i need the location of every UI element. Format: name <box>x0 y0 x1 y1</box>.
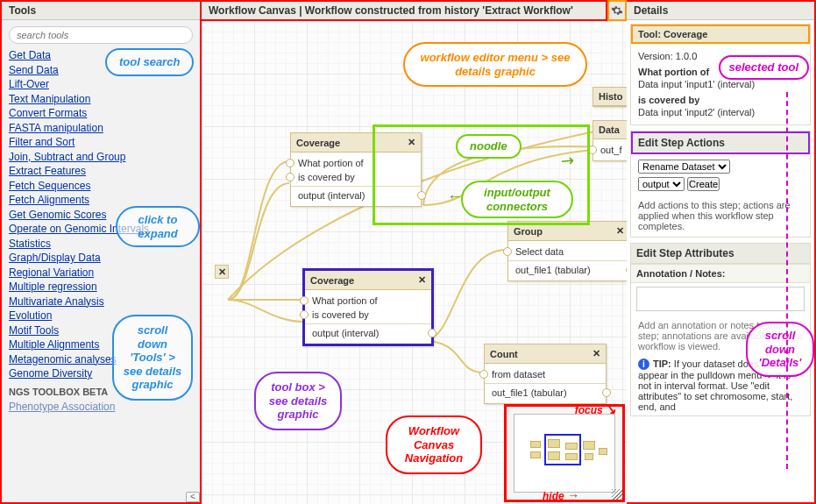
row-label: out_f <box>600 145 621 155</box>
param-value: Data input 'input2' (interval) <box>638 107 803 117</box>
node-histo-partial[interactable]: Histo <box>592 87 627 107</box>
edit-step-actions-title: Edit Step Actions <box>631 131 810 154</box>
label-hide: hide <box>543 490 564 502</box>
arrow-icon: ← <box>447 188 463 206</box>
param-label: is covered by <box>638 95 699 105</box>
gear-icon <box>611 4 623 17</box>
tool-section-link[interactable]: Convert Formats <box>9 107 193 119</box>
row-label: out_file1 (tabular) <box>492 387 567 398</box>
callout-scroll-tools: scroll down 'Tools' > see details graphi… <box>112 315 193 401</box>
workflow-canvas[interactable]: ✕ Coverage✕ What portion of is covered b… <box>202 21 627 504</box>
row-label: Select data <box>515 246 564 257</box>
canvas-panel: Workflow Canvas | Workflow constructed f… <box>202 0 627 504</box>
callout-scroll-details: scroll down 'Details' <box>746 322 814 377</box>
row-label: What portion of <box>312 295 378 306</box>
node-collapsed[interactable]: ✕ <box>215 265 229 279</box>
tool-section-link[interactable]: Regional Variation <box>9 266 193 279</box>
node-coverage-2[interactable]: Coverage✕ What portion of is covered by … <box>302 268 434 346</box>
close-icon: ✕ <box>218 266 226 278</box>
tool-section-link[interactable]: Fetch Sequences <box>9 180 193 192</box>
dashed-guide <box>786 92 788 469</box>
input-port[interactable] <box>300 296 309 305</box>
close-icon[interactable]: ✕ <box>592 348 600 359</box>
node-title: Count <box>490 349 518 359</box>
node-count[interactable]: Count✕ from dataset out_file1 (tabular) <box>484 344 607 404</box>
tool-section-link[interactable]: Multiple regression <box>9 280 193 293</box>
node-title: Coverage <box>296 138 340 148</box>
actions-note: Add actions to this step; actions are ap… <box>638 200 803 231</box>
edit-step-actions: Edit Step Actions Rename Dataset output … <box>630 131 811 238</box>
action-select[interactable]: Rename Dataset <box>638 160 730 174</box>
search-input[interactable] <box>9 26 193 44</box>
input-port[interactable] <box>286 173 294 181</box>
row-label: out_file1 (tabular) <box>515 265 591 275</box>
output-port[interactable] <box>428 329 436 337</box>
create-button[interactable]: Create <box>687 177 720 191</box>
input-port[interactable] <box>479 370 488 379</box>
tool-section-link[interactable]: Filter and Sort <box>9 136 193 148</box>
resize-handle-icon[interactable] <box>612 489 622 500</box>
tool-section-link[interactable]: Text Manipulation <box>9 93 193 105</box>
input-port[interactable] <box>503 247 512 256</box>
node-title: Histo <box>599 91 623 102</box>
node-title: Data <box>599 124 620 135</box>
callout-connectors: input/output connectors <box>461 181 573 218</box>
details-panel: Details Tool: Coverage Version: 1.0.0 Wh… <box>627 0 816 504</box>
workflow-menu-button[interactable] <box>607 0 627 21</box>
tool-section-link[interactable]: Phenotype Association <box>9 401 193 413</box>
arrow-icon: → <box>567 488 579 502</box>
info-icon: i <box>638 358 649 370</box>
param-value: Data input 'input1' (interval) <box>638 79 803 89</box>
tool-section-link[interactable]: Extract Features <box>9 165 193 177</box>
row-label: is covered by <box>312 309 369 320</box>
tool-section-link[interactable]: Join, Subtract and Group <box>9 151 193 163</box>
arrow-icon: ↘ <box>606 402 616 416</box>
edit-step-attributes-title: Edit Step Attributes <box>631 244 810 264</box>
callout-click-expand: click to expand <box>116 206 200 247</box>
annotation-textarea[interactable] <box>636 287 805 311</box>
details-header: Details <box>627 2 814 20</box>
label-focus: focus <box>575 404 603 416</box>
close-icon[interactable]: ✕ <box>616 225 624 237</box>
collapse-icon[interactable]: < <box>186 492 200 502</box>
tip-label: TIP: <box>653 358 671 369</box>
input-port[interactable] <box>286 159 294 167</box>
row-label: output (interval) <box>312 328 379 338</box>
tool-section-link[interactable]: FASTA manipulation <box>9 122 193 134</box>
node-dataset-partial[interactable]: Data out_f <box>592 120 627 161</box>
callout-selected-tool: selected tool <box>719 55 809 80</box>
node-title: Coverage <box>310 275 354 286</box>
action-target-select[interactable]: output <box>638 177 685 191</box>
tools-header: Tools <box>2 2 200 20</box>
tools-panel: Tools Get DataSend DataLift-OverText Man… <box>0 0 202 504</box>
node-title: Group <box>514 226 543 237</box>
callout-noodle: noodle <box>456 134 522 159</box>
close-icon[interactable]: ✕ <box>418 274 426 286</box>
tool-section-link[interactable]: Fetch Alignments <box>9 194 193 206</box>
param-label: What portion of <box>638 67 709 77</box>
tool-section-link[interactable]: Multivariate Analysis <box>9 295 193 308</box>
callout-tool-search: tool search <box>105 48 194 76</box>
annotation-header: Annotation / Notes: <box>631 264 810 283</box>
row-label: from dataset <box>492 369 545 380</box>
output-port[interactable] <box>602 388 611 397</box>
canvas-title: Workflow Canvas | Workflow constructed f… <box>202 0 607 21</box>
row-label: is covered by <box>298 172 355 182</box>
callout-navigation: Workflow Canvas Navigation <box>386 415 482 474</box>
tool-section-link[interactable]: Lift-Over <box>9 78 193 90</box>
callout-editor-menu: workflow editor menu > see details graph… <box>403 42 587 87</box>
input-port[interactable] <box>300 310 309 319</box>
node-group[interactable]: Group✕ Select data out_file1 (tabular) <box>507 221 627 281</box>
tool-details-title: Tool: Coverage <box>631 25 810 44</box>
tool-section-link[interactable]: Graph/Display Data <box>9 252 193 264</box>
row-label: output (interval) <box>298 190 365 201</box>
callout-toolbox: tool box > see details graphic <box>254 372 342 430</box>
row-label: What portion of <box>298 158 364 168</box>
